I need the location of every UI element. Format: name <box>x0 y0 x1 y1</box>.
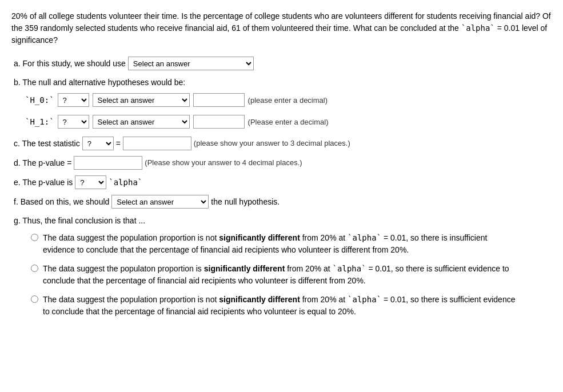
h1-label: `H_1:` <box>25 117 54 126</box>
f-answer-select[interactable]: Select an answer reject fail to reject a… <box>111 195 209 209</box>
radio-option-1[interactable]: The data suggest the population proporti… <box>31 232 552 256</box>
h0-symbol-select[interactable]: ? = ≠ < > ≤ ≥ <box>58 93 89 107</box>
part-e-label: e. The p-value is <box>14 176 73 189</box>
radio-option-3[interactable]: The data suggest the population proporti… <box>31 294 552 318</box>
d-hint: (Please show your answer to 4 decimal pl… <box>145 157 302 169</box>
c-symbol-select[interactable]: ? z t <box>82 137 114 150</box>
h0-label: `H_0:` <box>25 95 54 105</box>
d-value-input[interactable] <box>74 156 142 170</box>
radio-text-1: The data suggest the population proporti… <box>43 232 517 256</box>
h1-symbol-select[interactable]: ? = ≠ < > ≤ ≥ <box>58 115 89 129</box>
study-type-select[interactable]: Select an answer z-test for a proportion… <box>128 57 254 70</box>
c-equals: = <box>116 137 121 150</box>
c-hint: (please show your answer to 3 decimal pl… <box>194 138 350 150</box>
c-value-input[interactable] <box>123 137 191 150</box>
part-b-label: b. The null and alternative hypotheses w… <box>14 76 185 89</box>
part-f-label-after: the null hypothesis. <box>211 195 279 208</box>
h0-hint: (please enter a decimal) <box>248 96 328 105</box>
h1-answer-select[interactable]: Select an answer p μ p̂ x̄ <box>93 115 190 129</box>
e-alpha: `alpha` <box>109 176 142 189</box>
radio-text-3: The data suggest the population proporti… <box>43 294 517 318</box>
radio-input-2[interactable] <box>31 265 38 272</box>
h1-hint: (Please enter a decimal) <box>248 118 329 126</box>
e-compare-select[interactable]: ? < > = ≤ ≥ <box>75 175 106 189</box>
h0-answer-select[interactable]: Select an answer p μ p̂ x̄ <box>93 93 190 107</box>
part-c-label: c. The test statistic <box>14 137 80 150</box>
part-a-label: a. For this study, we should use <box>14 57 126 70</box>
radio-text-2: The data suggest the populaton proportio… <box>43 263 517 287</box>
h1-value-input[interactable] <box>193 115 245 129</box>
part-f-label-before: f. Based on this, we should <box>14 195 109 208</box>
intro-paragraph: 20% of all college students volunteer th… <box>11 10 552 46</box>
radio-option-2[interactable]: The data suggest the populaton proportio… <box>31 263 552 287</box>
radio-input-3[interactable] <box>31 295 38 303</box>
part-g-label: g. Thus, the final conclusion is that ..… <box>14 214 145 227</box>
h0-value-input[interactable] <box>193 93 245 107</box>
radio-input-1[interactable] <box>31 234 38 241</box>
part-d-label: d. The p-value = <box>14 157 71 169</box>
